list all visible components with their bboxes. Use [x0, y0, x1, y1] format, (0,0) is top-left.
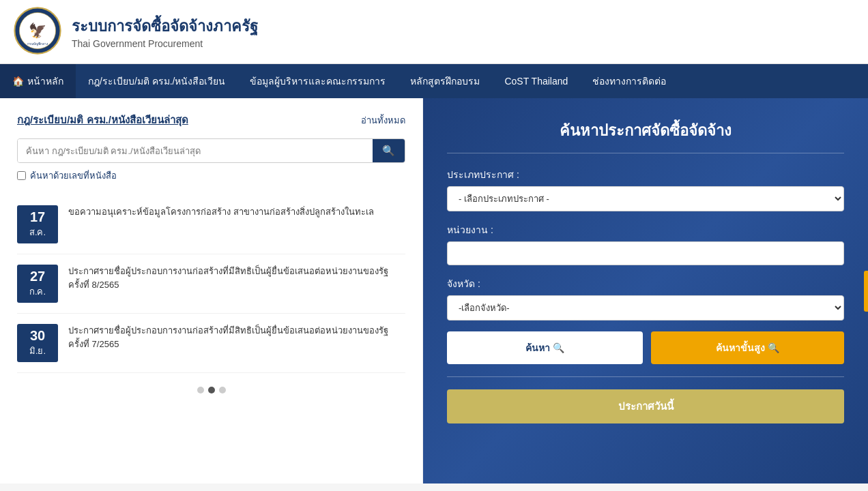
date-month: ส.ค.: [23, 225, 53, 239]
date-day: 30: [23, 328, 53, 344]
left-panel: กฎ/ระเบียบ/มติ ครม./หนังสือเวียนล่าสุด อ…: [0, 98, 423, 483]
news-item: 30 มิ.ย. ประกาศรายชื่อผู้ประกอบการงานก่อ…: [17, 314, 405, 373]
province-label: จังหวัด :: [447, 276, 844, 291]
nav-contact[interactable]: ช่องทางการติดต่อ: [580, 64, 678, 98]
search-box: 🔍: [17, 138, 405, 163]
section-title: กฎ/ระเบียบ/มติ ครม./หนังสือเวียนล่าสุด: [17, 112, 188, 128]
svg-text:กรมบัญชีกลาง: กรมบัญชีกลาง: [27, 42, 48, 46]
scroll-indicator: [864, 271, 868, 312]
date-day: 27: [23, 269, 53, 284]
checkbox-label: ค้นหาด้วยเลขที่หนังสือ: [30, 168, 117, 183]
news-text[interactable]: ขอความอนุเคราะห์ข้อมูลโครงการก่อสร้าง สา…: [68, 205, 374, 219]
announcement-type-group: ประเภทประกาศ : - เลือกประเภทประกาศ -: [447, 167, 844, 211]
carousel-dots: [17, 387, 405, 393]
carousel-dot-3[interactable]: [219, 387, 226, 393]
section-title-text: กฎ/ระเบียบ/มติ ครม./หนังสือเวียนล่าสุด: [17, 114, 188, 125]
today-announcements-button[interactable]: ประกาศวันนี้: [447, 389, 844, 423]
announcement-type-select[interactable]: - เลือกประเภทประกาศ -: [447, 186, 844, 211]
divider: [447, 376, 844, 377]
advanced-search-button[interactable]: ค้นหาขั้นสูง 🔍: [651, 331, 844, 364]
nav-home[interactable]: 🏠 หน้าหลัก: [0, 64, 76, 98]
province-select[interactable]: -เลือกจังหวัด-: [447, 295, 844, 321]
nav-law[interactable]: กฎ/ระเบียบ/มติ ครม./หนังสือเวียน: [76, 64, 237, 98]
nav-cost[interactable]: CoST Thailand: [492, 64, 580, 98]
department-input[interactable]: [447, 241, 844, 265]
search-button[interactable]: ค้นหา 🔍: [447, 331, 643, 364]
nav-admin[interactable]: ข้อมูลผู้บริหารและคณะกรรมการ: [237, 64, 398, 98]
logo-icon: 🦅 กรมบัญชีกลาง: [14, 7, 61, 55]
date-badge: 17 ส.ค.: [17, 205, 58, 243]
book-number-checkbox[interactable]: [17, 171, 26, 180]
news-list: 17 ส.ค. ขอความอนุเคราะห์ข้อมูลโครงการก่อ…: [17, 195, 405, 373]
left-panel-header: กฎ/ระเบียบ/มติ ครม./หนังสือเวียนล่าสุด อ…: [17, 112, 405, 128]
logo-container: 🦅 กรมบัญชีกลาง: [14, 7, 72, 57]
date-month: มิ.ย.: [23, 344, 53, 358]
news-item: 27 ก.ค. ประกาศรายชื่อผู้ประกอบการงานก่อส…: [17, 254, 405, 314]
main-container: กฎ/ระเบียบ/มติ ครม./หนังสือเวียนล่าสุด อ…: [0, 98, 868, 483]
news-item: 17 ส.ค. ขอความอนุเคราะห์ข้อมูลโครงการก่อ…: [17, 195, 405, 254]
svg-text:🦅: 🦅: [29, 22, 47, 40]
carousel-dot-1[interactable]: [197, 387, 204, 393]
main-nav: 🏠 หน้าหลัก กฎ/ระเบียบ/มติ ครม./หนังสือเว…: [0, 64, 868, 98]
search-input[interactable]: [18, 139, 373, 162]
date-day: 17: [23, 209, 53, 225]
date-month: ก.ค.: [23, 284, 53, 299]
site-subtitle: Thai Government Procurement: [72, 38, 258, 49]
checkbox-row: ค้นหาด้วยเลขที่หนังสือ: [17, 168, 405, 183]
page-header: 🦅 กรมบัญชีกลาง ระบบการจัดซื้อจัดจ้างภาคร…: [0, 0, 868, 64]
department-label: หน่วยงาน :: [447, 222, 844, 237]
date-badge: 30 มิ.ย.: [17, 324, 58, 362]
nav-training[interactable]: หลักสูตรฝึกอบรม: [398, 64, 492, 98]
date-badge: 27 ก.ค.: [17, 265, 58, 303]
right-panel: ค้นหาประกาศจัดซื้อจัดจ้าง ประเภทประกาศ :…: [423, 98, 868, 483]
search-buttons: ค้นหา 🔍 ค้นหาขั้นสูง 🔍: [447, 331, 844, 364]
site-title: ระบบการจัดซื้อจัดจ้างภาครัฐ: [72, 14, 258, 38]
header-text: ระบบการจัดซื้อจัดจ้างภาครัฐ Thai Governm…: [72, 14, 258, 49]
news-text[interactable]: ประกาศรายชื่อผู้ประกอบการงานก่อสร้างที่ม…: [68, 265, 405, 291]
carousel-dot-2[interactable]: [208, 387, 215, 393]
news-text[interactable]: ประกาศรายชื่อผู้ประกอบการงานก่อสร้างที่ม…: [68, 324, 405, 351]
home-icon: 🏠: [12, 76, 24, 87]
search-button[interactable]: 🔍: [373, 139, 405, 162]
department-group: หน่วยงาน :: [447, 222, 844, 265]
read-all-link[interactable]: อ่านทั้งหมด: [361, 113, 405, 128]
form-title: ค้นหาประกาศจัดซื้อจัดจ้าง: [447, 119, 844, 153]
announcement-type-label: ประเภทประกาศ :: [447, 167, 844, 182]
province-group: จังหวัด : -เลือกจังหวัด-: [447, 276, 844, 321]
